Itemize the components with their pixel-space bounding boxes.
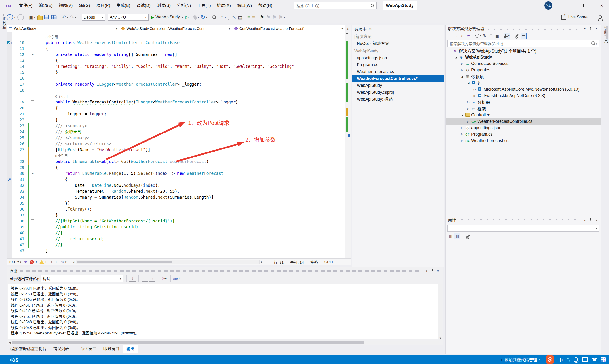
expander-closed-icon[interactable]: ▷ xyxy=(466,101,471,104)
word-wrap-toggle[interactable]: ab↵ xyxy=(173,276,180,281)
tool-window-tab[interactable]: 输出 xyxy=(123,345,138,353)
tree-item[interactable]: ◢包 xyxy=(446,80,601,86)
toolbox-side-tab[interactable]: 工具箱 xyxy=(1,17,7,29)
account-avatar[interactable]: 创上 xyxy=(544,1,552,10)
menu-item[interactable]: 窗口(W) xyxy=(234,0,255,11)
background-tasks-icon[interactable] xyxy=(2,358,7,361)
expander-closed-icon[interactable]: ▷ xyxy=(460,126,465,130)
close-panel-button[interactable]: × xyxy=(594,218,599,222)
code-text[interactable] xyxy=(36,87,351,93)
document-tab-item[interactable]: WebApiStudy: 概述 xyxy=(352,96,444,103)
tree-item[interactable]: ▷Microsoft.AspNetCore.Mvc.NewtonsoftJson… xyxy=(446,86,601,92)
right-edge-scrollbar[interactable] xyxy=(606,26,608,39)
navigate-forward-button[interactable]: → xyxy=(16,13,25,21)
undo-button[interactable]: ↶▾ xyxy=(61,13,69,21)
spaces-indicator[interactable]: 空格 xyxy=(311,259,318,265)
next-issue-button[interactable]: ↓ xyxy=(55,260,57,264)
categorized-view-button[interactable]: ▦ xyxy=(447,234,453,239)
collapse-all-button[interactable]: ⊟ xyxy=(488,33,494,39)
project-properties-button[interactable] xyxy=(514,33,520,39)
back-button[interactable]: ← xyxy=(447,33,453,39)
property-pages-button[interactable] xyxy=(465,234,471,239)
tree-item[interactable]: ▷▤框架 xyxy=(446,105,601,112)
window-position-button[interactable]: ▾ xyxy=(424,269,429,273)
quick-actions-screwdriver-icon[interactable] xyxy=(8,178,12,182)
output-hscrollbar[interactable]: ◀ xyxy=(8,341,439,344)
fold-toggle[interactable]: – xyxy=(31,160,35,163)
start-debugging-button[interactable]: ▶ WebApiStudy▾ xyxy=(150,13,184,21)
menu-item[interactable]: 项目(P) xyxy=(93,0,113,11)
window-position-button[interactable]: ▾ xyxy=(582,218,588,222)
menu-item[interactable]: 文件(F) xyxy=(16,0,36,11)
expander-open-icon[interactable]: ◢ xyxy=(460,75,465,78)
codelens-text[interactable]: 3 个引用 xyxy=(36,34,351,40)
document-tab-item[interactable]: WeatherForecast.cs xyxy=(352,68,444,75)
tree-item[interactable]: ▷≡分析器 xyxy=(446,99,601,105)
ime-punctuation-toggle[interactable]: °, xyxy=(567,357,570,362)
pending-changes-filter-button[interactable]: ▾ xyxy=(475,33,481,39)
next-message-button[interactable]: → xyxy=(149,275,155,282)
minimize-button[interactable]: – xyxy=(561,0,575,11)
clear-bookmarks-button[interactable]: ⚑▾ xyxy=(277,13,286,21)
editor-hscrollbar[interactable] xyxy=(76,260,259,264)
document-tab-item[interactable]: appsettings.json xyxy=(352,54,444,61)
save-button[interactable] xyxy=(43,13,50,21)
navigate-home-button[interactable]: ⌂▾ xyxy=(220,13,227,21)
code-text[interactable]: { xyxy=(36,177,351,182)
live-share-button[interactable]: Live Share xyxy=(560,13,589,21)
menu-item[interactable]: Git(G) xyxy=(76,0,93,11)
hscroll-left-button[interactable]: ◂ xyxy=(73,260,75,264)
code-text[interactable]: private static readonly string[] Summari… xyxy=(36,52,351,58)
document-tab-item[interactable]: WeatherForecastController.cs* xyxy=(352,75,444,82)
menu-item[interactable]: 分析(N) xyxy=(174,0,194,11)
prev-issue-button[interactable]: ↑ xyxy=(51,260,52,264)
expander-closed-icon[interactable]: ▷ xyxy=(460,68,465,72)
clear-all-button[interactable]: ×≡ xyxy=(161,276,168,281)
eol-indicator[interactable]: CRLF xyxy=(324,260,334,264)
skin-icon[interactable] xyxy=(592,358,597,361)
selection-tool-button[interactable]: ↖ xyxy=(231,13,237,21)
menu-item[interactable]: 测试(S) xyxy=(154,0,174,11)
indent-decrease-button[interactable]: ≡ xyxy=(246,13,251,21)
window-position-button[interactable]: ▾ xyxy=(582,27,588,30)
alphabetical-view-button[interactable]: ▦ xyxy=(454,233,460,239)
code-text[interactable]: Summary = Summaries[Random.Shared.Next(S… xyxy=(36,194,351,200)
expander-closed-icon[interactable]: ▷ xyxy=(460,139,465,142)
code-text[interactable]: public WeatherForecastController(ILogger… xyxy=(36,99,351,105)
close-button[interactable]: × xyxy=(595,0,609,11)
menu-item[interactable]: 生成(B) xyxy=(113,0,133,11)
properties-object-dropdown[interactable]: ▾ xyxy=(447,225,599,232)
code-text[interactable]: /// 获取天气 xyxy=(36,129,351,135)
start-without-debugging-button[interactable]: ▷ xyxy=(184,13,190,21)
code-text[interactable]: private readonly ILogger<WeatherForecast… xyxy=(36,81,351,87)
document-tab-item[interactable]: NuGet - 解决方案 xyxy=(352,40,444,47)
next-bookmark-button[interactable]: ⚑ xyxy=(271,13,277,21)
hscroll-thumb[interactable] xyxy=(12,341,364,344)
output-text-area[interactable]: 线程 0x29d4 已退出，返回值为 0 (0x0)。线程 0x5450 已退出… xyxy=(8,284,439,339)
ime-language-toggle[interactable]: 中 xyxy=(558,356,563,363)
code-text[interactable]: { xyxy=(36,105,351,111)
project-dropdown[interactable]: WebApiStudy▾ xyxy=(7,25,119,32)
close-panel-button[interactable]: × xyxy=(594,27,599,30)
tree-item[interactable]: ◢⊕WebApiStudy xyxy=(446,54,601,60)
properties-pages-button[interactable]: ▣ xyxy=(494,33,500,39)
tool-window-tab[interactable]: 即时窗口 xyxy=(100,345,123,353)
expander-closed-icon[interactable]: ▷ xyxy=(472,94,477,97)
code-text[interactable]: //{ xyxy=(36,230,351,236)
code-text[interactable]: // return userid; xyxy=(36,236,351,242)
scroll-down-arrow[interactable]: ▼ xyxy=(439,337,442,339)
code-text[interactable]: { xyxy=(36,165,351,170)
menu-item[interactable]: 工具(T) xyxy=(194,0,214,11)
expander-open-icon[interactable]: ◢ xyxy=(460,114,465,117)
open-file-button[interactable] xyxy=(36,13,43,21)
forward-button[interactable]: → xyxy=(453,33,459,39)
type-dropdown[interactable]: WebApiStudy.Controllers.WeatherForecastC… xyxy=(119,25,232,32)
redo-button[interactable]: ↷▾ xyxy=(69,13,77,21)
menu-item[interactable]: 视图(V) xyxy=(56,0,76,11)
close-panel-button[interactable]: × xyxy=(435,269,441,273)
error-count[interactable]: 0 xyxy=(35,260,37,264)
code-text[interactable]: "Freezing", "Bracing", "Chilly", "Cool",… xyxy=(36,64,351,69)
goto-end-button[interactable]: ↓ xyxy=(130,275,136,282)
menu-item[interactable]: 调试(D) xyxy=(133,0,154,11)
code-text[interactable]: //public string Get(string userid) xyxy=(36,224,351,230)
